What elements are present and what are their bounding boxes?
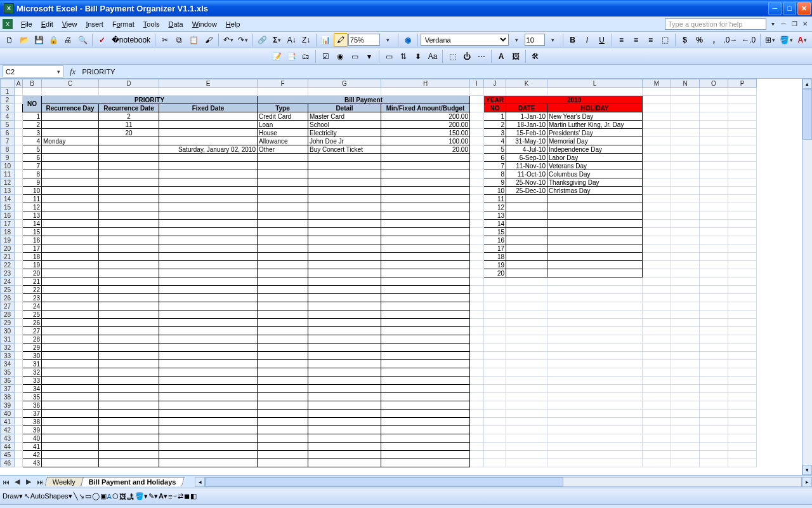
cell-A28[interactable] bbox=[15, 311, 23, 319]
cell-I32[interactable] bbox=[470, 344, 484, 352]
cell-K10[interactable]: 11-Nov-10 bbox=[506, 162, 547, 170]
cell-L35[interactable] bbox=[547, 368, 643, 377]
cell-D23[interactable] bbox=[99, 269, 159, 277]
cell-N34[interactable] bbox=[671, 360, 700, 368]
cell-I31[interactable] bbox=[470, 335, 484, 344]
cell-I37[interactable] bbox=[470, 385, 484, 393]
cell-K39[interactable] bbox=[506, 401, 547, 410]
row-header-2[interactable]: 2 bbox=[1, 96, 15, 104]
cell-I6[interactable] bbox=[470, 129, 484, 137]
cell-L38[interactable] bbox=[547, 393, 643, 401]
cell-D3[interactable]: Recurrence Date bbox=[99, 104, 159, 112]
cell-P2[interactable] bbox=[728, 96, 757, 104]
row-header-13[interactable]: 13 bbox=[1, 187, 15, 195]
cell-E20[interactable] bbox=[159, 244, 258, 253]
cell-P40[interactable] bbox=[728, 410, 757, 418]
cell-K20[interactable] bbox=[506, 244, 547, 253]
cell-L22[interactable] bbox=[547, 261, 643, 269]
redo-icon[interactable]: ↷▾ bbox=[236, 33, 250, 47]
cell-B2[interactable]: NO bbox=[23, 96, 42, 112]
cell-K3[interactable]: DATE bbox=[506, 104, 547, 112]
cell-G42[interactable] bbox=[308, 426, 381, 434]
cell-B23[interactable]: 20 bbox=[23, 269, 42, 277]
cell-I43[interactable] bbox=[470, 434, 484, 443]
cell-N23[interactable] bbox=[671, 269, 700, 277]
menu-tools[interactable]: Tools bbox=[139, 19, 164, 29]
chart-wizard-icon[interactable]: 📊 bbox=[319, 33, 333, 47]
cell-K9[interactable]: 6-Sep-10 bbox=[506, 154, 547, 162]
format-painter-icon[interactable]: 🖌 bbox=[202, 33, 216, 47]
cell-H27[interactable] bbox=[381, 302, 470, 311]
cell-L40[interactable] bbox=[547, 410, 643, 418]
draw-menu[interactable]: Draw▾ bbox=[3, 492, 23, 500]
row-header-35[interactable]: 35 bbox=[1, 368, 15, 377]
cell-B14[interactable]: 11 bbox=[23, 195, 42, 203]
cell-H12[interactable] bbox=[381, 178, 470, 187]
cell-K7[interactable]: 31-May-10 bbox=[506, 137, 547, 145]
cell-N6[interactable] bbox=[671, 129, 700, 137]
cell-N26[interactable] bbox=[671, 294, 700, 302]
spellcheck-icon[interactable]: ✓ bbox=[95, 33, 109, 47]
cell-C1[interactable] bbox=[42, 88, 99, 96]
row-header-44[interactable]: 44 bbox=[1, 443, 15, 451]
cell-A20[interactable] bbox=[15, 244, 23, 253]
comma-icon[interactable]: , bbox=[707, 33, 721, 47]
cell-H8[interactable]: 20.00 bbox=[381, 145, 470, 154]
col-header-D[interactable]: D bbox=[99, 79, 159, 88]
cell-B33[interactable]: 30 bbox=[23, 352, 42, 360]
cell-J42[interactable] bbox=[484, 426, 506, 434]
cell-A11[interactable] bbox=[15, 170, 23, 178]
row-header-12[interactable]: 12 bbox=[1, 178, 15, 187]
cell-P46[interactable] bbox=[728, 459, 757, 467]
cell-H9[interactable] bbox=[381, 154, 470, 162]
cell-O17[interactable] bbox=[700, 220, 728, 228]
cell-N29[interactable] bbox=[671, 319, 700, 327]
cell-D9[interactable] bbox=[99, 154, 159, 162]
cell-A18[interactable] bbox=[15, 228, 23, 236]
cell-K17[interactable] bbox=[506, 220, 547, 228]
doc-close-button[interactable]: ✕ bbox=[801, 20, 809, 29]
cell-O40[interactable] bbox=[700, 410, 728, 418]
menu-format[interactable]: Format bbox=[108, 19, 139, 29]
cell-K34[interactable] bbox=[506, 360, 547, 368]
diagram-icon[interactable]: ⬡ bbox=[112, 492, 119, 500]
cell-J15[interactable]: 12 bbox=[484, 203, 506, 211]
cell-A25[interactable] bbox=[15, 286, 23, 294]
cell-G10[interactable] bbox=[308, 162, 381, 170]
cell-F36[interactable] bbox=[258, 377, 308, 385]
cell-K45[interactable] bbox=[506, 451, 547, 459]
row-header-36[interactable]: 36 bbox=[1, 377, 15, 385]
cell-M11[interactable] bbox=[643, 170, 671, 178]
cell-C35[interactable] bbox=[42, 368, 99, 377]
cell-G26[interactable] bbox=[308, 294, 381, 302]
cell-M34[interactable] bbox=[643, 360, 671, 368]
cell-P37[interactable] bbox=[728, 385, 757, 393]
cell-I42[interactable] bbox=[470, 426, 484, 434]
cell-P4[interactable] bbox=[728, 112, 757, 121]
line-icon[interactable]: ╲ bbox=[74, 492, 78, 500]
cell-M26[interactable] bbox=[643, 294, 671, 302]
cell-P13[interactable] bbox=[728, 187, 757, 195]
cell-J29[interactable] bbox=[484, 319, 506, 327]
cell-B8[interactable]: 5 bbox=[23, 145, 42, 154]
cell-K46[interactable] bbox=[506, 459, 547, 467]
picture-icon[interactable]: 🏞 bbox=[127, 493, 134, 500]
cell-E24[interactable] bbox=[159, 277, 258, 286]
cell-G21[interactable] bbox=[308, 253, 381, 261]
cell-M7[interactable] bbox=[643, 137, 671, 145]
row-header-7[interactable]: 7 bbox=[1, 137, 15, 145]
cell-L30[interactable] bbox=[547, 327, 643, 335]
cell-C25[interactable] bbox=[42, 286, 99, 294]
cell-M42[interactable] bbox=[643, 426, 671, 434]
col-header-B[interactable]: B bbox=[23, 79, 42, 88]
cell-F24[interactable] bbox=[258, 277, 308, 286]
underline-icon[interactable]: U bbox=[595, 33, 609, 47]
cell-N2[interactable] bbox=[671, 96, 700, 104]
name-box[interactable]: C2 ▾ bbox=[3, 65, 63, 77]
oval-icon[interactable]: ◯ bbox=[92, 492, 100, 500]
cell-N42[interactable] bbox=[671, 426, 700, 434]
cell-C6[interactable] bbox=[42, 129, 99, 137]
cell-O41[interactable] bbox=[700, 418, 728, 426]
cell-O34[interactable] bbox=[700, 360, 728, 368]
cell-I21[interactable] bbox=[470, 253, 484, 261]
